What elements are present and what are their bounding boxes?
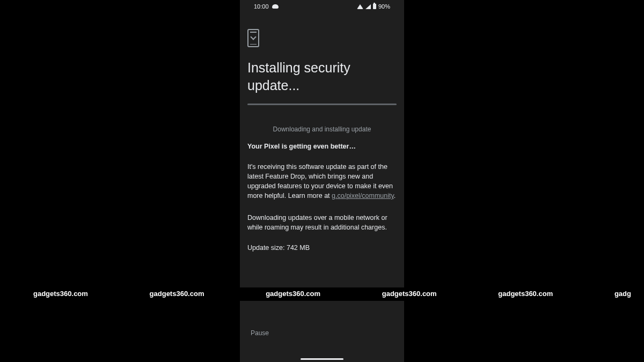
status-left: 10:00 [254,3,279,10]
cloud-icon [272,4,279,9]
warning-text: Downloading updates over a mobile networ… [247,213,397,232]
nav-handle[interactable] [301,358,343,360]
progress-bar [247,104,397,105]
wifi-icon [357,4,363,9]
bottom-bar: Pause [240,301,404,362]
watermark: gadgets360.com [266,290,320,300]
update-size: Update size: 742 MB [247,244,397,252]
watermark: gadgets360.com [33,290,88,300]
subtitle: Your Pixel is getting even better… [247,143,397,150]
content-area: Installing security update... Downloadin… [240,13,404,252]
status-bar: 10:00 90% [240,0,404,13]
status-time: 10:00 [254,3,269,10]
phone-screen: 10:00 90% Installing security update... … [240,0,404,362]
status-text: Downloading and installing update [247,125,397,133]
status-right: 90% [357,3,390,10]
watermark-row: gadgets360.com gadgets360.com gadgets360… [0,290,644,300]
pause-button[interactable]: Pause [251,329,269,337]
watermark-partial: gadg [614,290,631,300]
watermark: gadgets360.com [382,290,437,300]
signal-icon [365,4,371,9]
page-title: Installing security update... [247,59,397,94]
description: It's receiving this software update as p… [247,162,397,201]
community-link[interactable]: g.co/pixel/community [332,192,394,200]
watermark: gadgets360.com [498,290,553,300]
system-update-icon [247,29,259,47]
description-end: . [394,192,396,200]
watermark: gadgets360.com [150,290,204,300]
arrow-down-icon [250,34,256,40]
battery-icon [373,4,376,9]
battery-percent: 90% [378,3,390,10]
